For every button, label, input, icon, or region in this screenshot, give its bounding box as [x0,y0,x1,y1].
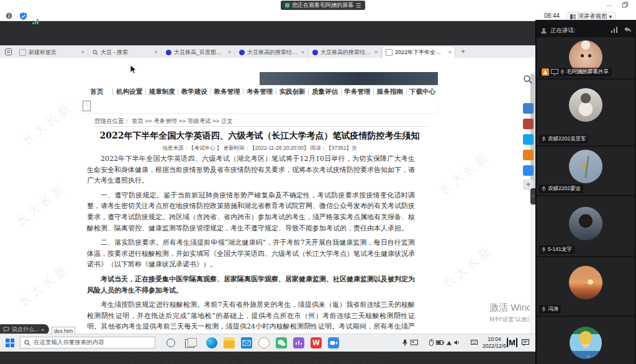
mouse-cursor [130,65,137,75]
page-watermark: 长大长新 [439,242,496,291]
m-tray-icon[interactable]: M [507,338,517,347]
sharing-indicator-icon [285,3,289,7]
network-signal-icon[interactable] [32,13,39,24]
participant-tile[interactable]: 冯涛 [537,257,635,316]
participant-name: 农硕2202吴亚军 [548,135,586,143]
browser-tab-active[interactable]: 2022年下半年全国大学英 × [383,47,455,58]
connection-quality-icon[interactable] [611,26,620,34]
nav-item[interactable]: 考务管理 [243,88,276,95]
reply-arrow-icon[interactable] [624,26,632,34]
presenter-badge-icon [542,68,549,76]
browser-tab[interactable]: 大豆株高的搜索结果_百度图 × [309,47,381,58]
speaker-view-icon [570,14,576,19]
page-watermark: 长大长新 [15,260,72,310]
participant-tile[interactable]: 5-141龙宇 [537,196,635,256]
microphone-icon[interactable] [402,339,407,347]
meeting-app-icon[interactable] [328,337,339,348]
tab-close-icon[interactable]: × [155,49,158,55]
tab-close-icon[interactable]: × [81,49,84,55]
screen-watch-banner: 您正在观看毛阿姨的屏幕 ☰ [281,1,365,10]
participant-avatar [569,207,602,240]
file-explorer-icon[interactable] [224,337,235,348]
page-search-icon[interactable] [524,75,532,84]
page-watermark: 长大长新 [436,148,493,198]
site-nav: 首页 机构设置 规章制度 教学建设 教务管理 考务管理 实践创新 质量评估 学务… [81,85,438,98]
participant-tile[interactable]: 农硕2202吴亚军 [537,80,635,145]
banner-menu-icon[interactable]: ☰ [356,2,361,9]
nav-item[interactable]: 学务管理 [342,88,374,95]
info-icon[interactable] [6,12,12,19]
taskbar-search[interactable]: 在这里输入你要搜索的内容 [20,337,155,348]
widget-phone-icon[interactable] [523,119,534,129]
nav-item[interactable]: 机构设置 [113,88,145,95]
participant-tile[interactable]: 毛阿姨的屏幕共享 [537,37,635,78]
widget-qq-icon[interactable] [523,134,534,145]
nav-item[interactable]: 服务指南 [374,88,406,95]
taskbar-clock[interactable]: 10:04 2022/12/6 [478,336,511,350]
watch-banner-text: 您正在观看毛阿姨的屏幕 [292,1,353,9]
search-icon [93,50,98,55]
nav-item[interactable]: 教务管理 [211,88,243,95]
mic-icon [542,136,546,142]
browser-tab[interactable]: 大豆株高的搜索结果_百度图 × [236,47,308,58]
mic-icon [560,69,565,75]
nav-item[interactable]: 实践创新 [276,88,309,95]
restore-icon [622,2,628,7]
participant-name: 5-141龙宇 [548,246,572,253]
tab-actions-icon[interactable] [5,48,12,55]
cortana-button[interactable] [166,339,175,347]
article-meta: 信息来源：【考试中心 】 更新时间：【2022-11-28 20:20:00】 … [84,145,435,152]
minimize-button[interactable]: — [606,2,613,9]
browser-tab[interactable]: 新建标签页 × [16,47,88,58]
browser-tab[interactable]: 大豆 - 搜索 × [89,47,161,58]
tray-time: 10:04 [478,336,511,343]
widget-chat-icon[interactable] [523,103,534,114]
mail-icon[interactable] [241,337,252,348]
document-icon [386,49,393,56]
battery-icon[interactable] [436,340,444,345]
app-r-icon[interactable] [258,337,270,348]
volume-icon[interactable] [454,340,460,345]
app-purple-icon[interactable] [293,337,304,348]
nav-item[interactable]: 下载中心 [407,88,438,95]
nav-item[interactable]: 首页 [81,88,113,95]
browser-tabstrip: 新建标签页 × 大豆 - 搜索 × 大豆株高_百度图片搜索 × 大豆株高的搜索结… [0,45,535,58]
search-icon [24,340,30,346]
sidebar-collapse-handle[interactable]: ‹ [530,188,535,204]
speaking-label: 正在讲话: [550,27,576,35]
wechat-icon[interactable] [276,337,287,348]
participant-name: 冯涛 [548,306,558,313]
task-view-button[interactable] [185,339,194,348]
baidu-icon [166,50,171,55]
mouse-icon[interactable] [429,339,434,346]
note-tray-icon[interactable] [522,339,529,346]
widget-orange-icon[interactable] [523,150,534,160]
nav-item[interactable]: 规章制度 [146,88,178,95]
shield-icon[interactable] [20,12,27,20]
screen-share-icon [551,69,558,75]
new-tab-button[interactable]: + [461,47,465,56]
wps-icon[interactable]: W [311,337,322,348]
scroll-more-chevron-icon[interactable]: ⌄ [583,352,594,359]
chat-collapse-icon[interactable]: « [42,327,45,333]
marquee-handle-icon[interactable]: ⋮ [83,101,91,111]
participant-tile[interactable]: 农硕2202廖迫 [537,147,635,195]
tab-close-icon[interactable]: × [228,49,231,55]
network-icon[interactable] [446,340,452,345]
nav-item[interactable]: 教学建设 [178,88,211,95]
widget-video-icon[interactable] [523,165,534,176]
breadcrumb[interactable]: 您现在位置： 首页 >> 考务管理 >> 等级考试 >> 正文 [94,117,233,125]
paragraph: 2022年下半年全国大学英语四、六级考试（湖北考区）笔试将于12月10日举行，为… [87,153,415,186]
start-button[interactable] [6,339,14,347]
display-icon[interactable] [411,340,418,346]
tab-close-icon[interactable]: × [375,49,378,55]
tab-close-icon[interactable]: × [301,49,304,55]
nav-item[interactable]: 质量评估 [309,88,341,95]
browser-tab[interactable]: 大豆株高_百度图片搜索 × [163,47,235,58]
notice-strip: ⋮ [81,99,438,113]
restore-button[interactable] [621,2,629,9]
edge-icon[interactable] [206,337,217,348]
tab-close-icon[interactable]: × [448,49,452,55]
touch-keyboard-icon[interactable] [471,340,478,345]
page-watermark: 长大长新 [12,180,70,229]
